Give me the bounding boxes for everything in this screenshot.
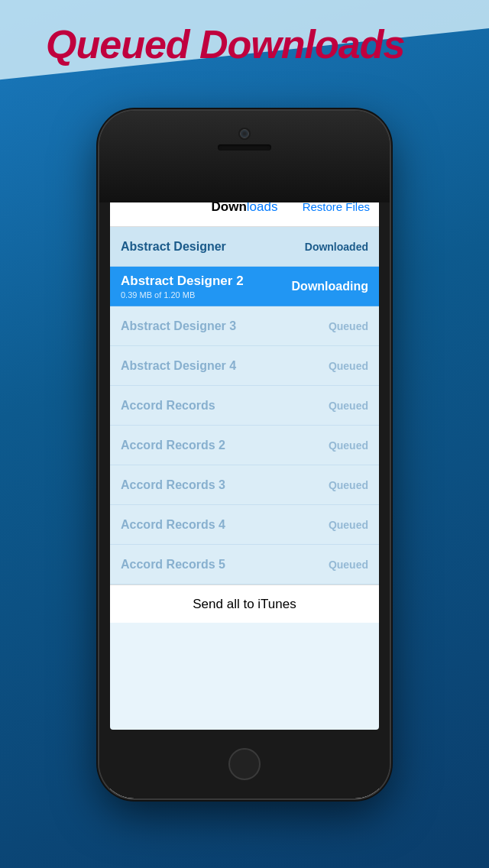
banner-title: Queued Downloads <box>46 21 404 67</box>
phone-shell: Downloads Restore Files Abstract Designe… <box>99 111 390 798</box>
banner: Queued Downloads <box>0 0 489 122</box>
item-info-0: Abstract Designer <box>121 240 305 254</box>
list-item[interactable]: Accord Records 3 Queued <box>110 465 379 505</box>
download-list: Abstract Designer Downloaded Abstract De… <box>110 227 379 585</box>
item-info-6: Accord Records 3 <box>121 478 329 492</box>
send-all-itunes-button[interactable]: Send all to iTunes <box>110 585 379 623</box>
item-status-7: Queued <box>329 519 368 531</box>
item-status-6: Queued <box>329 479 368 491</box>
list-item[interactable]: Accord Records 4 Queued <box>110 505 379 545</box>
item-status-4: Queued <box>329 400 368 412</box>
phone-screen: Downloads Restore Files Abstract Designe… <box>110 187 379 730</box>
item-name-5: Accord Records 2 <box>121 439 329 452</box>
item-info-7: Accord Records 4 <box>121 518 329 532</box>
item-name-2: Abstract Designer 3 <box>121 319 329 333</box>
list-item[interactable]: Accord Records Queued <box>110 386 379 426</box>
item-info-4: Accord Records <box>121 399 329 413</box>
item-info-2: Abstract Designer 3 <box>121 319 329 333</box>
item-info-3: Abstract Designer 4 <box>121 359 329 373</box>
list-item[interactable]: Abstract Designer 3 Queued <box>110 306 379 346</box>
item-status-8: Queued <box>329 559 368 571</box>
item-name-7: Accord Records 4 <box>121 518 329 532</box>
item-name-4: Accord Records <box>121 399 329 413</box>
item-status-3: Queued <box>329 360 368 372</box>
item-name-1: Abstract Designer 2 <box>121 274 292 289</box>
item-status-5: Queued <box>329 439 368 452</box>
item-name-0: Abstract Designer <box>121 240 305 254</box>
list-item[interactable]: Accord Records 5 Queued <box>110 545 379 585</box>
item-name-6: Accord Records 3 <box>121 478 329 492</box>
front-camera <box>240 129 249 138</box>
item-info-8: Accord Records 5 <box>121 558 329 572</box>
item-status-1: Downloading <box>292 280 368 293</box>
item-status-0: Downloaded <box>305 241 368 253</box>
item-info-5: Accord Records 2 <box>121 439 329 452</box>
item-status-2: Queued <box>329 320 368 332</box>
phone-bottom-bezel <box>99 730 390 798</box>
earpiece-speaker <box>218 144 271 151</box>
list-item[interactable]: Accord Records 2 Queued <box>110 426 379 465</box>
item-name-8: Accord Records 5 <box>121 558 329 572</box>
phone-top-bezel <box>99 111 390 202</box>
item-name-3: Abstract Designer 4 <box>121 359 329 373</box>
list-item[interactable]: Abstract Designer Downloaded <box>110 227 379 267</box>
item-sub-1: 0.39 MB of 1.20 MB <box>121 290 292 300</box>
home-button[interactable] <box>228 748 261 780</box>
item-info-1: Abstract Designer 2 0.39 MB of 1.20 MB <box>121 274 292 300</box>
list-item[interactable]: Abstract Designer 2 0.39 MB of 1.20 MB D… <box>110 267 379 306</box>
list-item[interactable]: Abstract Designer 4 Queued <box>110 346 379 386</box>
